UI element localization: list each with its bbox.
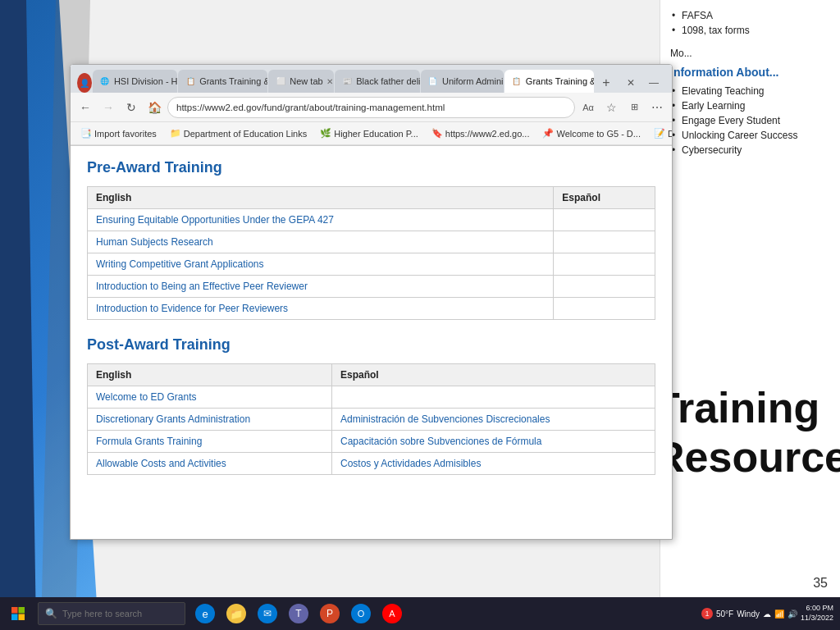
bookmark-icon-dept: 📁 <box>170 128 181 139</box>
bookmark-label-edgov: https://www2.ed.go... <box>445 129 530 139</box>
taskbar-powerpoint-icon[interactable]: P <box>315 597 345 630</box>
pre-award-section: Pre-Award Training English Español Ensur… <box>87 159 655 320</box>
teams-icon: T <box>289 604 308 623</box>
table-row: Discretionary Grants Administration Admi… <box>88 409 655 431</box>
taskbar-acrobat-icon[interactable]: A <box>377 597 407 630</box>
taskbar-search[interactable]: 🔍 <box>38 602 185 625</box>
tab-label-gt1: Grants Training &... <box>199 76 267 86</box>
profile-pic: 👤 <box>77 73 92 93</box>
bookmark-label-higher: Higher Education P... <box>334 129 418 139</box>
outlook-icon: O <box>351 604 371 623</box>
home-button[interactable]: 🏠 <box>144 98 164 117</box>
browser-chrome: 👤 🌐 HSI Division - H... ✕ 📋 Grants Train… <box>71 65 672 146</box>
post-award-espanol-discretionary: Administración de Subvenciones Discrecio… <box>331 409 655 431</box>
taskbar-edge-icon[interactable]: e <box>190 597 220 630</box>
tab-label-gt2: Grants Training &... <box>526 76 594 86</box>
svg-rect-2 <box>11 614 18 621</box>
pre-award-title: Pre-Award Training <box>87 159 655 176</box>
taskbar-mail-icon[interactable]: ✉ <box>253 597 282 630</box>
post-award-link-allowable: Allowable Costs and Activities <box>88 453 332 475</box>
taskbar-icons: e 📁 ✉ T P O A <box>190 597 407 630</box>
settings-button[interactable]: ⋯ <box>647 98 667 117</box>
bookmark-label-dept: Department of Education Links <box>184 129 307 139</box>
svg-rect-0 <box>11 607 18 614</box>
bookmarks-bar: 📑 Import favorites 📁 Department of Educa… <box>71 122 672 145</box>
bullet-fafsa: FAFSA <box>670 8 830 23</box>
windows-logo-icon <box>11 606 25 621</box>
post-award-table: English Español Welcome to ED Grants Dis… <box>87 363 655 475</box>
bullet-career: Unlocking Career Success <box>670 128 830 143</box>
tab-favicon-new: ⬜ <box>275 75 286 87</box>
tab-hsi-division[interactable]: 🌐 HSI Division - H... ✕ <box>93 70 177 93</box>
table-row: Introduction to Evidence for Peer Review… <box>88 298 655 320</box>
post-award-col-espanol: Español <box>331 364 655 386</box>
tab-favicon-uniform: 📄 <box>427 75 439 87</box>
pre-award-espanol-gepa <box>554 209 655 231</box>
bookmark-icon-import: 📑 <box>80 128 92 139</box>
bookmark-g5[interactable]: 📌 Welcome to G5 - D... <box>537 126 646 141</box>
table-row: Welcome to ED Grants <box>88 386 655 409</box>
tab-black-father[interactable]: 📰 Black father deli... ✕ <box>335 70 420 93</box>
bookmark-ed-gov[interactable]: 🔖 https://www2.ed.go... <box>427 126 535 141</box>
tab-new-tab[interactable]: ⬜ New tab ✕ <box>268 70 334 93</box>
tab-grants-training-2[interactable]: 📋 Grants Training &... ✕ <box>504 70 594 93</box>
info-heading: Information About... <box>670 66 830 79</box>
taskbar-outlook-icon[interactable]: O <box>346 597 376 630</box>
post-award-espanol-formula: Capacitación sobre Subvenciones de Fórmu… <box>331 431 655 453</box>
tab-add-button[interactable]: + <box>595 73 618 93</box>
bookmark-label-dhsi: DHSI 2022 New Aw... <box>668 129 672 139</box>
tab-favicon-bf: 📰 <box>341 75 353 87</box>
table-row: Ensuring Equitable Opportunities Under t… <box>88 209 655 231</box>
info-bullet-list: Elevating Teaching Early Learning Engage… <box>670 84 830 158</box>
url-text: https://www2.ed.gov/fund/grant/about/tra… <box>176 103 445 112</box>
notification-badge: 1 <box>701 608 713 619</box>
post-award-col-english: English <box>88 364 332 386</box>
taskbar-explorer-icon[interactable]: 📁 <box>221 597 251 630</box>
bullet-1098: 1098, tax forms <box>670 23 830 38</box>
post-award-link-welcome: Welcome to ED Grants <box>88 386 332 409</box>
tab-close-window[interactable]: ✕ <box>621 73 641 93</box>
tab-label-new: New tab <box>290 76 322 86</box>
address-bar[interactable]: https://www2.ed.gov/fund/grant/about/tra… <box>167 97 575 118</box>
bullet-cyber: Cybersecurity <box>670 143 830 158</box>
post-award-espanol-allowable: Costos y Actividades Admisibles <box>331 453 655 475</box>
powerpoint-icon: P <box>320 604 340 623</box>
table-row: Formula Grants Training Capacitación sob… <box>88 431 655 453</box>
start-button[interactable] <box>0 597 36 630</box>
bookmark-higher-ed[interactable]: 🌿 Higher Education P... <box>315 126 423 141</box>
volume-icon: 🔊 <box>788 609 797 619</box>
weather-icon: ☁ <box>763 609 771 619</box>
bookmark-icon-dhsi: 📝 <box>654 128 665 139</box>
taskbar-teams-icon[interactable]: T <box>284 597 313 630</box>
refresh-button[interactable]: ↻ <box>121 98 141 117</box>
tab-grants-training-1[interactable]: 📋 Grants Training &... ✕ <box>178 70 267 93</box>
search-input[interactable] <box>62 609 177 619</box>
bookmark-icon-g5: 📌 <box>542 128 554 139</box>
top-bullet-list: FAFSA 1098, tax forms <box>670 8 830 38</box>
bookmark-dept-ed[interactable]: 📁 Department of Education Links <box>165 126 312 141</box>
read-aloud-button[interactable]: Aα <box>578 98 598 117</box>
bookmark-label-g5: Welcome to G5 - D... <box>556 129 641 139</box>
taskbar: 🔍 e 📁 ✉ T P O A 1 50°F Windy ☁ 📶 🔊 <box>0 597 840 630</box>
pre-award-espanol-human <box>554 231 655 253</box>
forward-button[interactable]: → <box>98 98 118 117</box>
back-button[interactable]: ← <box>75 98 95 117</box>
more-label: Mo... <box>670 48 830 59</box>
tab-close-new[interactable]: ✕ <box>326 77 333 86</box>
bookmark-import[interactable]: 📑 Import favorites <box>75 126 162 141</box>
tab-minimize[interactable]: — <box>644 73 664 93</box>
file-explorer-icon: 📁 <box>226 604 246 623</box>
pre-award-link-gepa: Ensuring Equitable Opportunities Under t… <box>88 209 554 231</box>
mail-icon: ✉ <box>258 604 277 623</box>
bookmark-dhsi[interactable]: 📝 DHSI 2022 New Aw... <box>649 126 672 141</box>
table-row: Human Subjects Research <box>88 231 655 253</box>
pre-award-link-evidence: Introduction to Evidence for Peer Review… <box>88 298 554 320</box>
post-award-espanol-welcome <box>331 386 655 409</box>
favorites-button[interactable]: ☆ <box>601 98 621 117</box>
post-award-section: Post-Award Training English Español Welc… <box>87 336 655 475</box>
wifi-icon: 📶 <box>774 609 784 619</box>
tab-uniform[interactable]: 📄 Uniform Admini... ✕ <box>421 70 504 93</box>
tab-bar: 👤 🌐 HSI Division - H... ✕ 📋 Grants Train… <box>71 65 672 93</box>
collections-button[interactable]: ⊞ <box>624 98 644 117</box>
pre-award-link-writing: Writing Competitive Grant Applications <box>88 253 554 276</box>
